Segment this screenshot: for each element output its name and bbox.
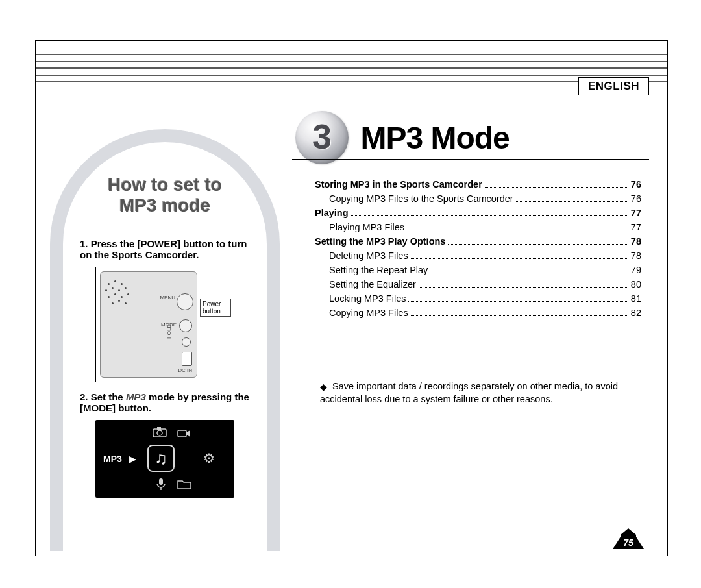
hold-button-icon <box>182 337 191 347</box>
toc-leader-dots <box>448 239 628 245</box>
microphone-icon <box>154 477 168 491</box>
toc-row: Setting the Equalizer80 <box>315 277 641 291</box>
toc-label: Copying MP3 Files <box>329 306 408 320</box>
toc-leader-dots <box>408 297 628 302</box>
dcin-label: DC IN <box>178 367 192 373</box>
toc-row: Storing MP3 in the Sports Camcorder76 <box>315 177 641 191</box>
chapter-number: 3 <box>295 116 349 156</box>
toc-page: 76 <box>631 191 641 206</box>
power-button-icon <box>177 293 193 310</box>
camcorder-diagram: MENU MODE HOLD DC IN Power button <box>95 267 234 382</box>
sidebar-title-line2: MP3 mode <box>63 195 267 216</box>
toc-leader-dots <box>485 182 628 188</box>
step-2: 2. Set the MP3 mode by pressing the [MOD… <box>80 391 250 413</box>
mp3-mode-label: MP3 <box>103 454 122 464</box>
diamond-bullet-icon: ◆ <box>320 382 327 392</box>
toc-page: 77 <box>631 206 641 220</box>
gear-icon: ⚙ <box>202 451 216 465</box>
music-note-icon: ♫ <box>147 445 175 472</box>
svg-rect-2 <box>157 427 161 430</box>
power-button-label: Power button <box>200 299 231 317</box>
note-text: Save important data / recordings separat… <box>320 381 618 404</box>
page-number-badge: 75 <box>613 527 644 549</box>
sidebar-steps: 1. Press the [POWER] button to turn on t… <box>80 238 250 498</box>
note-block: ◆Save important data / recordings separa… <box>320 380 641 406</box>
toc-label: Setting the MP3 Play Options <box>315 234 445 249</box>
toc-label: Playing MP3 Files <box>329 220 404 234</box>
toc-page: 78 <box>631 234 641 249</box>
svg-point-1 <box>157 430 162 435</box>
toc-leader-dots <box>351 210 628 216</box>
toc-row: Copying MP3 Files to the Sports Camcorde… <box>315 191 641 206</box>
mode-button-icon <box>179 319 192 332</box>
chapter-number-badge: 3 <box>295 111 349 164</box>
toc-page: 77 <box>631 220 641 234</box>
toc-leader-dots <box>419 282 628 288</box>
toc-leader-dots <box>411 253 628 259</box>
speaker-grille-icon <box>105 280 136 312</box>
folder-icon <box>177 477 191 491</box>
camera-icon <box>153 425 167 439</box>
toc-page: 82 <box>631 306 641 320</box>
chapter-title: MP3 Mode <box>360 120 509 156</box>
toc-label: Deleting MP3 Files <box>329 249 408 263</box>
language-tag: ENGLISH <box>578 77 649 95</box>
toc-page: 81 <box>631 291 641 306</box>
sidebar: How to set to MP3 mode 1. Press the [POW… <box>50 129 280 551</box>
toc-label: Copying MP3 Files to the Sports Camcorde… <box>329 191 513 206</box>
dc-in-port-icon <box>182 352 192 366</box>
toc-page: 78 <box>631 249 641 263</box>
mode-select-screen: MP3 ▶ ♫ ⚙ <box>95 420 234 498</box>
toc-label: Setting the Repeat Play <box>329 263 428 277</box>
page-number: 75 <box>613 537 644 548</box>
toc-page: 80 <box>631 277 641 291</box>
toc-leader-dots <box>516 196 628 202</box>
toc-label: Playing <box>315 206 349 220</box>
toc-row: Locking MP3 Files81 <box>315 291 641 306</box>
sidebar-title-line1: How to set to <box>63 175 267 195</box>
svg-rect-3 <box>178 430 186 437</box>
toc-row: Playing77 <box>315 206 641 220</box>
toc-row: Setting the MP3 Play Options78 <box>315 234 641 249</box>
hold-label: HOLD <box>166 325 172 339</box>
toc-label: Storing MP3 in the Sports Camcorder <box>315 177 482 191</box>
toc-leader-dots <box>430 268 628 274</box>
chapter-underline <box>292 159 649 160</box>
table-of-contents: Storing MP3 in the Sports Camcorder76Cop… <box>315 177 641 320</box>
toc-row: Copying MP3 Files82 <box>315 306 641 320</box>
toc-page: 76 <box>631 177 641 191</box>
toc-leader-dots <box>407 225 628 230</box>
step-1: 1. Press the [POWER] button to turn on t… <box>80 238 250 260</box>
chapter-header: 3 MP3 Mode <box>295 111 649 164</box>
triangle-right-icon: ▶ <box>129 454 136 464</box>
toc-label: Setting the Equalizer <box>329 277 416 291</box>
video-icon <box>177 426 191 441</box>
manual-page: ENGLISH How to set to MP3 mode 1. Press … <box>35 40 668 556</box>
menu-label: MENU <box>160 295 175 300</box>
sidebar-arch-inner: How to set to MP3 mode 1. Press the [POW… <box>63 142 267 551</box>
toc-row: Setting the Repeat Play79 <box>315 263 641 277</box>
toc-row: Playing MP3 Files77 <box>315 220 641 234</box>
toc-label: Locking MP3 Files <box>329 291 406 306</box>
toc-leader-dots <box>411 311 628 317</box>
header-rules <box>36 54 667 82</box>
svg-rect-4 <box>159 478 163 485</box>
toc-row: Deleting MP3 Files78 <box>315 249 641 263</box>
sidebar-title: How to set to MP3 mode <box>63 175 267 216</box>
toc-page: 79 <box>631 263 641 277</box>
